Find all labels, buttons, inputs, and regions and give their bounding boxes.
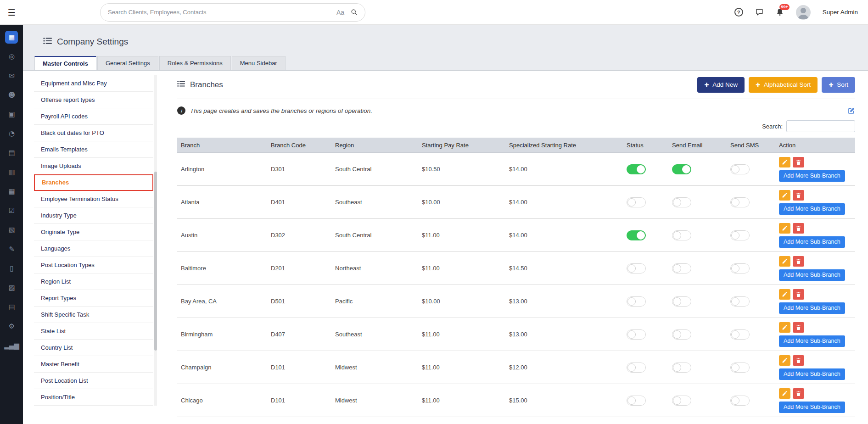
send-email-toggle[interactable] [672, 197, 691, 207]
tab-menu-sidebar[interactable]: Menu Sidebar [232, 56, 286, 70]
status-toggle[interactable] [627, 263, 646, 273]
rail-item-chart[interactable]: ▂▄▆ [0, 336, 23, 355]
send-sms-toggle[interactable] [730, 164, 750, 174]
rail-item-cogs[interactable]: ⚙ [0, 317, 23, 336]
rail-item-copy[interactable]: ▨ [0, 278, 23, 297]
edit-note-icon[interactable] [847, 107, 855, 115]
add-more-sub-branch-button[interactable]: Add More Sub-Branch [779, 402, 845, 413]
rail-item-clock[interactable]: ◔ [0, 124, 23, 143]
delete-row-button[interactable] [793, 355, 804, 366]
text-format-icon[interactable]: Aa [336, 9, 344, 16]
send-email-toggle[interactable] [672, 396, 691, 406]
sidebar-item-equipment-and-misc-pay[interactable]: Equipment and Misc Pay [34, 75, 153, 92]
add-more-sub-branch-button[interactable]: Add More Sub-Branch [779, 335, 845, 347]
sidebar-item-post-location-list[interactable]: Post Location List [34, 373, 153, 389]
status-toggle[interactable] [627, 296, 646, 307]
edit-row-button[interactable] [779, 190, 790, 201]
status-toggle[interactable] [627, 197, 646, 207]
sidebar-item-languages[interactable]: Languages [34, 240, 153, 257]
edit-row-button[interactable] [779, 157, 790, 167]
send-email-toggle[interactable] [672, 164, 691, 174]
rail-item-users[interactable]: ☻ [0, 85, 23, 105]
notifications-bell-icon[interactable]: 99+ [776, 8, 784, 17]
sidebar-item-industry-type[interactable]: Industry Type [34, 207, 153, 224]
help-icon[interactable]: ? [734, 8, 743, 17]
rail-item-calendar-day[interactable]: ▧ [0, 220, 23, 240]
add-more-sub-branch-button[interactable]: Add More Sub-Branch [779, 203, 845, 215]
send-sms-toggle[interactable] [730, 263, 750, 273]
sidebar-item-shift-specific-task[interactable]: Shift Specific Task [34, 307, 153, 323]
delete-row-button[interactable] [793, 190, 804, 201]
status-toggle[interactable] [627, 164, 646, 174]
rail-item-monitor[interactable]: ◎ [0, 47, 23, 66]
sidebar-item-master-benefit[interactable]: Master Benefit [34, 356, 153, 373]
messages-icon[interactable] [755, 8, 764, 17]
sidebar-item-state-list[interactable]: State List [34, 323, 153, 340]
table-search-input[interactable] [786, 120, 855, 132]
sidebar-item-offense-report-types[interactable]: Offense report types [34, 92, 153, 108]
send-email-toggle[interactable] [672, 296, 691, 307]
rail-item-schedule[interactable]: ▦ [0, 182, 23, 201]
sidebar-item-emails-templates[interactable]: Emails Templates [34, 141, 153, 158]
send-sms-toggle[interactable] [730, 230, 750, 240]
send-sms-toggle[interactable] [730, 296, 750, 307]
hamburger-menu-icon[interactable]: ☰ [0, 7, 23, 17]
tab-roles-permissions[interactable]: Roles & Permissions [159, 56, 231, 70]
delete-row-button[interactable] [793, 157, 804, 167]
rail-item-book[interactable]: ▥ [0, 162, 23, 182]
rail-item-calendar[interactable]: ▤ [0, 143, 23, 162]
sidebar-item-country-list[interactable]: Country List [34, 340, 153, 356]
delete-row-button[interactable] [793, 322, 804, 333]
alphabetical-sort-button[interactable]: ✚ Alphabetical Sort [749, 77, 818, 93]
send-email-toggle[interactable] [672, 230, 691, 240]
tab-master-controls[interactable]: Master Controls [34, 56, 96, 70]
delete-row-button[interactable] [793, 223, 804, 234]
send-sms-toggle[interactable] [730, 197, 750, 207]
sidebar-item-image-uploads[interactable]: Image Uploads [34, 158, 153, 174]
sidebar-item-region-list[interactable]: Region List [34, 273, 153, 290]
sidebar-item-post-location-types[interactable]: Post Location Types [34, 257, 153, 273]
sidebar-item-position-title[interactable]: Position/Title [34, 389, 153, 406]
sidebar-item-branches[interactable]: Branches [34, 174, 153, 191]
status-toggle[interactable] [627, 230, 646, 240]
add-more-sub-branch-button[interactable]: Add More Sub-Branch [779, 269, 845, 281]
rail-item-briefcase[interactable]: ▣ [0, 105, 23, 124]
rail-item-dashboard[interactable]: ▦ [0, 28, 23, 47]
send-email-toggle[interactable] [672, 329, 691, 340]
rail-item-file[interactable]: ▯ [0, 259, 23, 278]
sidebar-item-report-types[interactable]: Report Types [34, 290, 153, 307]
edit-row-button[interactable] [779, 256, 790, 267]
rail-item-invoice[interactable]: ▤ [0, 297, 23, 317]
global-search-input[interactable] [108, 9, 333, 16]
add-more-sub-branch-button[interactable]: Add More Sub-Branch [779, 302, 845, 314]
add-more-sub-branch-button[interactable]: Add More Sub-Branch [779, 236, 845, 248]
add-new-button[interactable]: ✚ Add New [697, 77, 745, 93]
status-toggle[interactable] [627, 363, 646, 373]
send-email-toggle[interactable] [672, 363, 691, 373]
send-email-toggle[interactable] [672, 263, 691, 273]
status-toggle[interactable] [627, 396, 646, 406]
edit-row-button[interactable] [779, 223, 790, 234]
add-more-sub-branch-button[interactable]: Add More Sub-Branch [779, 368, 845, 380]
edit-row-button[interactable] [779, 388, 790, 399]
tab-general-settings[interactable]: General Settings [97, 56, 158, 70]
sidebar-item-black-out-dates-for-pto[interactable]: Black out dates for PTO [34, 125, 153, 141]
status-toggle[interactable] [627, 329, 646, 340]
edit-row-button[interactable] [779, 322, 790, 333]
send-sms-toggle[interactable] [730, 329, 750, 340]
sidebar-item-payroll-api-codes[interactable]: Payroll API codes [34, 108, 153, 125]
send-sms-toggle[interactable] [730, 363, 750, 373]
sidebar-item-originate-type[interactable]: Originate Type [34, 224, 153, 240]
edit-row-button[interactable] [779, 289, 790, 300]
send-sms-toggle[interactable] [730, 396, 750, 406]
delete-row-button[interactable] [793, 388, 804, 399]
rail-item-chat[interactable]: ✉ [0, 66, 23, 85]
user-avatar[interactable] [796, 5, 811, 20]
sidebar-scrollbar-thumb[interactable] [154, 172, 157, 351]
sidebar-item-employee-termination-status[interactable]: Employee Termination Status [34, 191, 153, 207]
add-more-sub-branch-button[interactable]: Add More Sub-Branch [779, 170, 845, 182]
edit-row-button[interactable] [779, 355, 790, 366]
rail-item-calendar-check[interactable]: ☑ [0, 201, 23, 220]
search-icon[interactable] [351, 9, 358, 16]
sort-button[interactable]: ✚ Sort [822, 77, 855, 93]
